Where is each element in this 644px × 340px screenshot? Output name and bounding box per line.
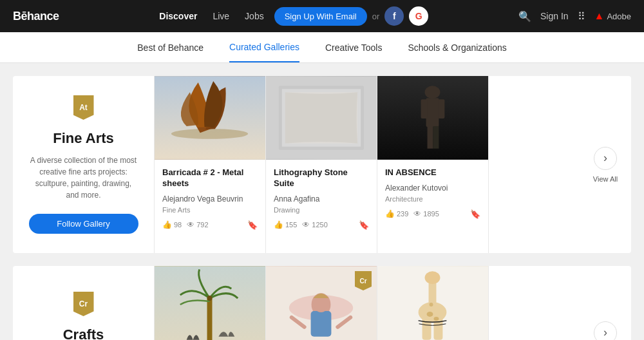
- card-thumb-lithography: [266, 76, 377, 160]
- svg-point-18: [207, 296, 213, 301]
- likes-count-barricada: 98: [174, 221, 182, 229]
- adobe-logo[interactable]: ▲ Adobe: [594, 10, 631, 22]
- subnav-best-of-behance[interactable]: Best of Behance: [137, 33, 204, 62]
- views-count-lithography: 1250: [312, 221, 327, 229]
- fine-arts-info: At Fine Arts A diverse collection of the…: [13, 76, 155, 253]
- views-lithography: 👁 1250: [302, 220, 327, 229]
- nav-jobs[interactable]: Jobs: [240, 8, 269, 24]
- card-body-absence: IN ABSENCE Alexander Kutovoi Architectur…: [377, 160, 488, 253]
- bookmark-icon-absence[interactable]: 🔖: [470, 209, 480, 219]
- adobe-label: Adobe: [607, 12, 631, 21]
- views-count-absence: 1895: [423, 210, 439, 218]
- card-author-barricada: Alejandro Vega Beuvrin: [162, 194, 258, 203]
- views-absence: 👁 1895: [413, 209, 439, 218]
- likes-barricada: 👍 98: [162, 220, 182, 229]
- card-stats-absence: 👍 239 👁 1895 🔖: [385, 209, 480, 219]
- subnav-creative-tools[interactable]: Creative Tools: [325, 33, 382, 62]
- signin-link[interactable]: Sign In: [540, 11, 569, 21]
- views-barricada: 👁 792: [187, 220, 208, 229]
- adobe-icon: ▲: [594, 10, 605, 22]
- fine-arts-view-all: › View All: [580, 76, 631, 253]
- top-navigation: Bēhance Discover Live Jobs Sign Up With …: [0, 0, 644, 32]
- svg-point-32: [427, 312, 433, 317]
- svg-rect-12: [438, 99, 444, 118]
- crafts-cards: Wooden Animal Sculptures Studio Crafts: [155, 266, 580, 340]
- card-barricada: Barricada # 2 - Metal sheets Alejandro V…: [155, 76, 266, 253]
- search-icon[interactable]: 🔍: [518, 10, 531, 23]
- crafts-title: Crafts: [63, 326, 104, 340]
- likes-lithography: 👍 155: [274, 220, 297, 229]
- crafts-info: Cr Crafts Find the best craft work by to…: [13, 266, 155, 340]
- nav-discover[interactable]: Discover: [154, 8, 202, 24]
- svg-rect-17: [207, 298, 213, 340]
- thumbs-up-icon-3: 👍: [385, 209, 395, 218]
- sub-navigation: Best of Behance Curated Galleries Creati…: [0, 32, 644, 63]
- card-craft-3: Ceramic Giraffe Ceramic Art: [377, 266, 489, 340]
- bookmark-icon-barricada[interactable]: 🔖: [247, 220, 258, 230]
- card-category-barricada: Fine Arts: [162, 206, 258, 214]
- card-thumb-craft-1: [155, 266, 265, 340]
- card-lithography: Lithography Stone Suite Anna Agafina Dra…: [266, 76, 377, 253]
- card-absence: IN ABSENCE Alexander Kutovoi Architectur…: [377, 76, 489, 253]
- eye-icon: 👁: [187, 220, 194, 229]
- eye-icon-3: 👁: [413, 209, 421, 218]
- nav-links: Discover Live Jobs Sign Up With Email or…: [75, 6, 508, 26]
- craft-badge-overlay-2: Cr: [355, 271, 372, 290]
- svg-point-33: [433, 317, 439, 321]
- or-label: or: [372, 12, 380, 21]
- fine-arts-follow-button[interactable]: Follow Gallery: [29, 214, 138, 234]
- fine-arts-cards: Barricada # 2 - Metal sheets Alejandro V…: [155, 76, 580, 253]
- likes-count-lithography: 155: [285, 221, 297, 229]
- svg-point-2: [171, 129, 248, 139]
- card-thumb-absence: [377, 76, 488, 160]
- crafts-view-all-button[interactable]: ›: [594, 321, 617, 340]
- card-category-lithography: Drawing: [274, 206, 369, 214]
- fine-arts-gallery: At Fine Arts A diverse collection of the…: [13, 76, 631, 253]
- card-body-lithography: Lithography Stone Suite Anna Agafina Dra…: [266, 160, 377, 253]
- crafts-badge: Cr: [73, 292, 94, 316]
- eye-icon-2: 👁: [302, 220, 310, 229]
- svg-rect-10: [426, 98, 439, 127]
- card-craft-2: Cr Handmade Textile Doll Textile Art: [266, 266, 377, 340]
- likes-absence: 👍 239: [385, 209, 408, 218]
- grid-icon[interactable]: ⠿: [578, 10, 585, 23]
- facebook-signin-button[interactable]: f: [384, 6, 404, 26]
- thumbs-up-icon: 👍: [162, 220, 172, 229]
- view-all-label[interactable]: View All: [593, 175, 618, 183]
- bookmark-icon-lithography[interactable]: 🔖: [359, 220, 369, 230]
- card-body-barricada: Barricada # 2 - Metal sheets Alejandro V…: [155, 160, 265, 253]
- subnav-schools[interactable]: Schools & Organizations: [408, 33, 506, 62]
- svg-rect-14: [433, 126, 439, 149]
- view-all-button[interactable]: ›: [594, 147, 617, 170]
- card-stats-barricada: 👍 98 👁 792 🔖: [162, 220, 258, 230]
- nav-live[interactable]: Live: [207, 8, 234, 24]
- behance-logo[interactable]: Bēhance: [13, 10, 59, 23]
- crafts-view-all: ›: [580, 266, 631, 340]
- card-thumb-craft-3: [377, 266, 488, 340]
- nav-right: 🔍 Sign In ⠿ ▲ Adobe: [518, 10, 631, 23]
- thumbs-up-icon-2: 👍: [274, 220, 283, 229]
- svg-point-9: [425, 86, 440, 99]
- card-title-absence: IN ABSENCE: [385, 167, 480, 178]
- fine-arts-desc: A diverse collection of the most creativ…: [28, 155, 138, 201]
- card-thumb-craft-2: Cr: [266, 266, 377, 340]
- views-count-barricada: 792: [196, 221, 208, 229]
- fine-arts-badge: At: [73, 95, 94, 120]
- google-signin-button[interactable]: G: [409, 6, 428, 26]
- main-content: At Fine Arts A diverse collection of the…: [0, 63, 644, 340]
- likes-count-absence: 239: [397, 210, 408, 218]
- card-title-lithography: Lithography Stone Suite: [274, 167, 369, 189]
- card-craft-1: Wooden Animal Sculptures Studio Crafts: [155, 266, 266, 340]
- card-title-barricada: Barricada # 2 - Metal sheets: [162, 167, 258, 189]
- svg-rect-13: [428, 126, 433, 149]
- subnav-curated-galleries[interactable]: Curated Galleries: [229, 33, 299, 62]
- card-thumb-barricada: [155, 76, 265, 160]
- svg-point-34: [430, 303, 433, 307]
- svg-point-31: [425, 271, 440, 284]
- card-stats-lithography: 👍 155 👁 1250 🔖: [274, 220, 369, 230]
- svg-rect-11: [421, 99, 428, 118]
- fine-arts-title: Fine Arts: [53, 130, 114, 147]
- card-author-absence: Alexander Kutovoi: [385, 184, 480, 193]
- signup-button[interactable]: Sign Up With Email: [274, 7, 367, 26]
- card-author-lithography: Anna Agafina: [274, 194, 369, 203]
